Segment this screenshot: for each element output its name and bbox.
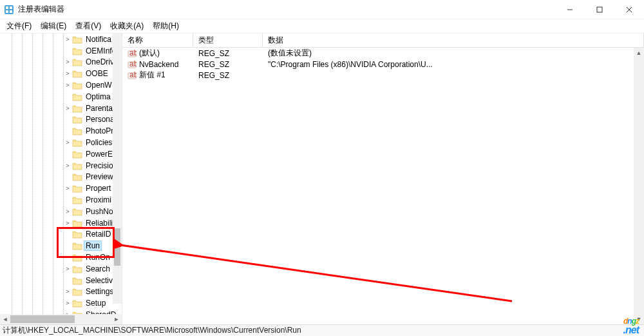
expander-icon[interactable]: > [64,70,71,77]
menu-help[interactable]: 帮助(H) [149,19,183,33]
scroll-up-icon[interactable]: ▲ [634,48,644,58]
tree-item-selectiv[interactable]: Selectiv [0,275,122,286]
svg-rect-3 [6,10,8,13]
tree-item-setup[interactable]: >Setup [0,297,122,309]
tree-item-label: Proximi [84,195,113,204]
tree-horizontal-scrollbar[interactable]: ◄ ► [0,314,122,324]
expander-icon[interactable] [64,94,71,100]
reg-string-icon: ab [128,60,137,69]
expander-icon[interactable]: > [64,185,71,192]
expander-icon[interactable] [64,277,71,284]
menu-bar: 文件(F) 编辑(E) 查看(V) 收藏夹(A) 帮助(H) [0,19,644,34]
expander-icon[interactable]: > [64,288,71,295]
tree-item-reliabili[interactable]: >Reliabili [0,217,122,229]
menu-view[interactable]: 查看(V) [71,19,105,33]
expander-icon[interactable]: > [64,300,71,306]
column-data[interactable]: 数据 [263,34,644,47]
expander-icon[interactable]: > [64,208,71,215]
tree-item-label: OneDriv [84,57,116,66]
tree-item-runon[interactable]: RunOn [0,252,122,263]
tree-item-label: PushNo [84,207,115,216]
tree-item-oeminfo[interactable]: OEMInfo [0,45,122,57]
expander-icon[interactable] [64,173,71,180]
values-header: 名称 类型 数据 [122,34,644,48]
status-path: 计算机\HKEY_LOCAL_MACHINE\SOFTWARE\Microsof… [3,325,301,336]
tree-item-label: Settings [84,287,115,296]
tree-item-search[interactable]: >Search [0,263,122,275]
scroll-left-icon[interactable]: ◄ [0,314,10,324]
column-type[interactable]: 类型 [193,34,263,47]
tree-item-propert[interactable]: >Propert [0,183,122,194]
tree-item-preview[interactable]: Preview [0,172,122,183]
tree-item-oobe[interactable]: >OOBE [0,68,122,79]
expander-icon[interactable]: > [64,139,71,146]
tree-item-openw[interactable]: >OpenW [0,79,122,91]
value-type: REG_SZ [193,60,263,69]
expander-icon[interactable] [64,231,71,237]
value-name: ab(默认) [122,48,193,59]
tree-item-pushno[interactable]: >PushNo [0,206,122,217]
expander-icon[interactable] [64,128,71,134]
tree-item-sharedd[interactable]: >SharedD [0,309,122,314]
tree-item-label: Preview [84,172,115,181]
expander-icon[interactable] [64,151,71,157]
values-panel: 名称 类型 数据 ab(默认)REG_SZ(数值未设置)abNvBackendR… [122,34,644,324]
values-vertical-scrollbar[interactable]: ▲ ▼ [634,48,644,324]
value-row[interactable]: abNvBackendREG_SZ"C:\Program Files (x86)… [122,59,644,70]
value-row[interactable]: ab(默认)REG_SZ(数值未设置) [122,48,644,59]
expander-icon[interactable]: > [64,105,71,112]
tree-hscroll-thumb[interactable] [10,315,75,323]
expander-icon[interactable] [64,116,71,123]
expander-icon[interactable]: > [64,59,71,65]
tree-item-precisio[interactable]: >Precisio [0,160,122,172]
tree-item-persona[interactable]: Persona [0,114,122,126]
tree-item-powere[interactable]: PowerE [0,148,122,160]
tree-item-settings[interactable]: >Settings [0,286,122,298]
expander-icon[interactable]: > [64,220,71,226]
close-button[interactable] [614,0,644,19]
svg-text:ab: ab [129,49,137,57]
title-bar: 注册表编辑器 [0,0,644,19]
tree-item-label: PhotoPr [84,126,115,135]
expander-icon[interactable]: > [64,266,71,272]
expander-icon[interactable] [64,197,71,203]
folder-icon [72,219,82,228]
tree-item-label: Policies [84,138,114,147]
svg-text:ab: ab [129,71,137,79]
tree-item-label: Run [84,241,102,251]
scroll-right-icon[interactable]: ► [111,314,122,324]
maximize-button[interactable] [585,0,614,19]
column-name[interactable]: 名称 [122,34,193,47]
tree-panel: >Notifica^ OEMInfo>OneDriv>OOBE>OpenW Op… [0,34,122,324]
minimize-button[interactable] [555,0,585,19]
value-data: "C:\Program Files (x86)\NVIDIA Corporati… [263,60,644,69]
tree-item-notifica[interactable]: >Notifica^ [0,34,122,45]
tree-scroll-thumb[interactable] [114,228,120,266]
expander-icon[interactable] [64,242,71,249]
tree-item-policies[interactable]: >Policies [0,137,122,148]
menu-edit[interactable]: 编辑(E) [37,19,70,33]
expander-icon[interactable]: > [64,82,71,88]
tree-item-run[interactable]: Run [0,240,122,252]
tree-body[interactable]: >Notifica^ OEMInfo>OneDriv>OOBE>OpenW Op… [0,34,122,314]
content-area: >Notifica^ OEMInfo>OneDriv>OOBE>OpenW Op… [0,34,644,324]
tree-item-proximi[interactable]: Proximi [0,194,122,206]
tree-item-label: RetailD [84,230,113,239]
tree-item-label: Selectiv [84,276,115,285]
expander-icon[interactable]: > [64,163,71,169]
tree-item-onedriv[interactable]: >OneDriv [0,57,122,68]
tree-vertical-scrollbar[interactable] [113,34,122,304]
menu-file[interactable]: 文件(F) [3,19,35,33]
expander-icon[interactable] [64,48,71,54]
tree-item-photopr[interactable]: PhotoPr [0,125,122,137]
folder-icon [72,299,82,308]
tree-item-optima[interactable]: Optima [0,91,122,103]
expander-icon[interactable] [64,254,71,261]
tree-item-retaild[interactable]: RetailD [0,229,122,241]
value-row[interactable]: ab新值 #1REG_SZ [122,70,644,81]
folder-icon [72,57,82,66]
expander-icon[interactable]: > [64,36,71,43]
values-list[interactable]: ab(默认)REG_SZ(数值未设置)abNvBackendREG_SZ"C:\… [122,48,644,81]
tree-item-parenta[interactable]: >Parenta [0,103,122,114]
menu-favorites[interactable]: 收藏夹(A) [106,19,147,33]
